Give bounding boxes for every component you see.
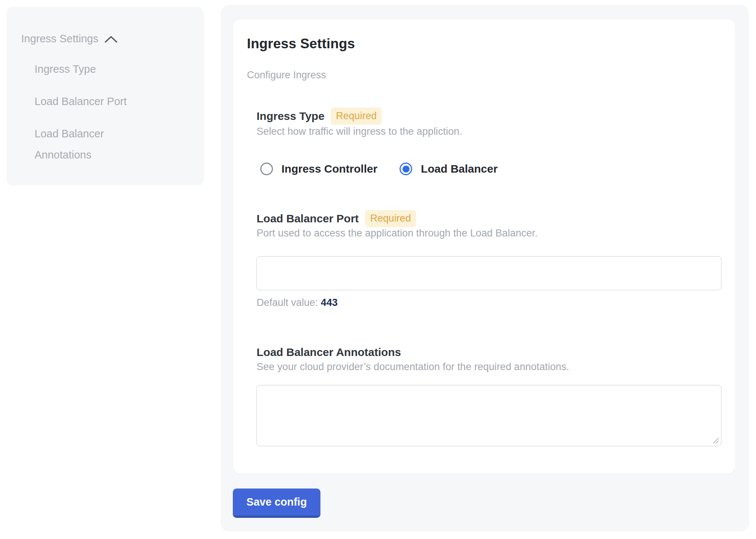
radio-ingress-controller[interactable] (260, 163, 273, 175)
required-badge: Required (331, 108, 382, 125)
sidebar-item-load-balancer-annotations[interactable]: Load Balancer Annotations (35, 123, 129, 166)
ingress-type-label: Ingress Type (257, 110, 325, 122)
lb-annotations-label: Load Balancer Annotations (257, 346, 401, 359)
lb-port-label: Load Balancer Port (257, 212, 359, 225)
sidebar-group-label: Ingress Settings (21, 33, 98, 45)
lb-port-default-value: Default value:443 (257, 297, 338, 308)
page: Ingress Settings Ingress Type Load Balan… (0, 0, 756, 539)
ingress-settings-card: Ingress Settings Configure Ingress Ingre… (233, 19, 735, 474)
lb-port-heading-row: Load Balancer Port Required (257, 210, 416, 228)
lb-annotations-textarea[interactable] (257, 385, 721, 446)
save-config-button[interactable]: Save config (233, 489, 320, 518)
settings-sidebar: Ingress Settings Ingress Type Load Balan… (7, 7, 204, 186)
lb-port-input[interactable] (256, 256, 721, 290)
resize-handle[interactable] (712, 437, 719, 444)
sidebar-group-ingress-settings[interactable]: Ingress Settings (21, 33, 118, 45)
sidebar-item-ingress-type[interactable]: Ingress Type (35, 59, 146, 80)
main-panel: Ingress Settings Configure Ingress Ingre… (221, 5, 749, 532)
page-subtitle: Configure Ingress (247, 69, 326, 81)
radio-option-load-balancer[interactable]: Load Balancer (400, 163, 498, 175)
required-badge: Required (365, 210, 416, 227)
sidebar-items: Ingress Type Load Balancer Port Load Bal… (35, 59, 146, 177)
default-value-label: Default value: (257, 297, 318, 308)
lb-port-description: Port used to access the application thro… (257, 228, 538, 239)
lb-annotations-heading-row: Load Balancer Annotations (257, 343, 401, 361)
radio-load-balancer[interactable] (400, 163, 412, 175)
default-value-number: 443 (321, 297, 338, 308)
lb-annotations-textarea-wrap (256, 385, 721, 446)
chevron-up-icon[interactable] (104, 35, 118, 43)
radio-option-ingress-controller[interactable]: Ingress Controller (260, 163, 377, 175)
sidebar-item-load-balancer-port[interactable]: Load Balancer Port (35, 91, 146, 112)
radio-label-load-balancer: Load Balancer (421, 163, 498, 175)
lb-annotations-description: See your cloud provider’s documentation … (257, 361, 569, 373)
page-title: Ingress Settings (247, 36, 355, 52)
ingress-type-radio-group: Ingress Controller Load Balancer (260, 163, 498, 175)
radio-label-ingress-controller: Ingress Controller (281, 163, 377, 175)
ingress-type-description: Select how traffic will ingress to the a… (257, 126, 462, 137)
ingress-type-heading-row: Ingress Type Required (257, 107, 382, 125)
